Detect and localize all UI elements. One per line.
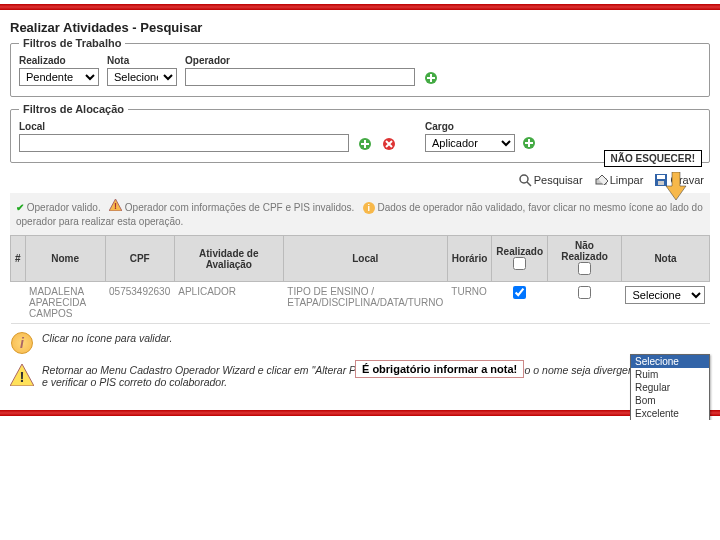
- search-icon: [518, 173, 532, 187]
- col-nome: Nome: [25, 236, 105, 282]
- filters-alocacao-legend: Filtros de Alocação: [19, 103, 128, 115]
- cargo-select[interactable]: Aplicador: [425, 134, 515, 152]
- col-horario: Horário: [447, 236, 492, 282]
- add-cargo-icon[interactable]: [521, 135, 537, 151]
- pesquisar-link[interactable]: Pesquisar: [518, 173, 583, 187]
- msg-cpf-pis: Operador com informações de CPF e PIS in…: [125, 202, 355, 213]
- info-icon: i: [363, 202, 375, 214]
- nota-option[interactable]: Excelente: [631, 407, 709, 420]
- info-large-icon: i: [11, 332, 33, 354]
- col-cpf: CPF: [105, 236, 174, 282]
- realizado-label: Realizado: [19, 55, 99, 66]
- svg-point-4: [520, 175, 528, 183]
- check-icon: ✔: [16, 202, 24, 213]
- nota-select[interactable]: Selecione: [107, 68, 177, 86]
- operador-label: Operador: [185, 55, 415, 66]
- warning-icon: !: [109, 199, 122, 215]
- cell-horario: TURNO: [447, 282, 492, 324]
- nota-label: Nota: [107, 55, 177, 66]
- add-local-icon[interactable]: [357, 136, 373, 152]
- col-num: #: [11, 236, 26, 282]
- tip-validate: i Clicar no ícone para validar.: [10, 332, 710, 354]
- table-header-row: # Nome CPF Atividade de Avaliação Local …: [11, 236, 710, 282]
- nota-option[interactable]: Bom: [631, 394, 709, 407]
- nota-option[interactable]: Ruim: [631, 368, 709, 381]
- add-operador-icon[interactable]: [423, 70, 439, 86]
- top-stripe: [0, 4, 720, 10]
- col-nao-realizado: Não Realizado: [548, 236, 622, 282]
- filters-trabalho: Filtros de Trabalho Realizado Pendente N…: [10, 37, 710, 97]
- col-nota: Nota: [621, 236, 709, 282]
- table-row: MADALENA APARECIDA CAMPOS 05753492630 AP…: [11, 282, 710, 324]
- col-realizado: Realizado: [492, 236, 548, 282]
- realizado-checkbox[interactable]: [513, 286, 526, 299]
- page-title: Realizar Atividades - Pesquisar: [10, 14, 710, 37]
- limpar-link[interactable]: Limpar: [594, 173, 644, 187]
- warning-large-icon: !: [10, 364, 34, 386]
- local-input[interactable]: [19, 134, 349, 152]
- col-atividade: Atividade de Avaliação: [174, 236, 283, 282]
- results-table: # Nome CPF Atividade de Avaliação Local …: [10, 235, 710, 324]
- tip-validate-text: Clicar no ícone para validar.: [42, 332, 172, 344]
- cell-cpf: 05753492630: [105, 282, 174, 324]
- local-label: Local: [19, 121, 349, 132]
- obrigatorio-callout: É obrigatório informar a nota!: [355, 360, 524, 378]
- action-bar: Pesquisar Limpar Gravar: [10, 169, 710, 193]
- cargo-label: Cargo: [425, 121, 537, 132]
- bottom-stripe: [0, 410, 720, 416]
- operador-input[interactable]: [185, 68, 415, 86]
- status-messages: ✔ Operador valido. ! Operador com inform…: [10, 193, 710, 235]
- nota-option[interactable]: Selecione: [631, 355, 709, 368]
- nota-dropdown-open[interactable]: Selecione Ruim Regular Bom Excelente: [630, 354, 710, 420]
- cancel-local-icon[interactable]: [381, 136, 397, 152]
- cell-local: TIPO DE ENSINO / ETAPA/DISCIPLINA/DATA/T…: [283, 282, 447, 324]
- filters-trabalho-legend: Filtros de Trabalho: [19, 37, 125, 49]
- row-nota-select[interactable]: Selecione: [625, 286, 705, 304]
- msg-valid: Operador valido.: [27, 202, 101, 213]
- nota-option[interactable]: Regular: [631, 381, 709, 394]
- cell-atividade: APLICADOR: [174, 282, 283, 324]
- svg-rect-8: [658, 181, 664, 185]
- nao-realizado-header-checkbox[interactable]: [578, 262, 591, 275]
- svg-text:!: !: [114, 201, 117, 211]
- realizado-header-checkbox[interactable]: [513, 257, 526, 270]
- eraser-icon: [594, 173, 608, 187]
- cell-nome: MADALENA APARECIDA CAMPOS: [25, 282, 105, 324]
- realizado-select[interactable]: Pendente: [19, 68, 99, 86]
- nao-realizado-checkbox[interactable]: [578, 286, 591, 299]
- nao-esquecer-callout: NÃO ESQUECER!: [604, 150, 702, 167]
- col-local: Local: [283, 236, 447, 282]
- svg-text:!: !: [20, 368, 25, 385]
